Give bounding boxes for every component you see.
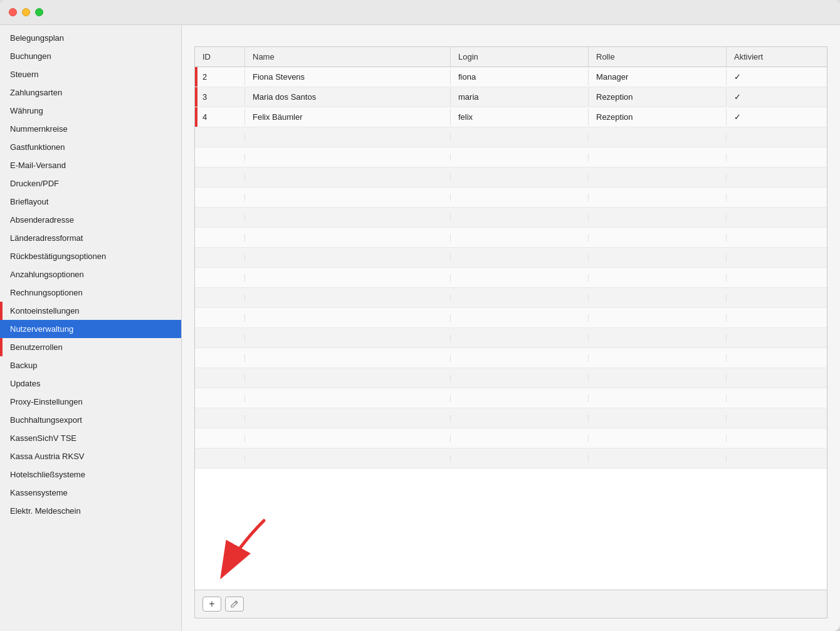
sidebar-item-buchhaltungsexport[interactable]: Buchhaltungsexport	[0, 411, 181, 429]
sidebar-item-backup[interactable]: Backup	[0, 356, 181, 374]
table-row[interactable]: 4Felix BäumlerfelixRezeption✓	[195, 107, 827, 127]
cell-login: felix	[451, 109, 589, 125]
main-content: ID Name Login Rolle Aktiviert 2Fiona Ste…	[182, 25, 840, 631]
table-row[interactable]	[195, 248, 827, 268]
sidebar-item-nutzerverwaltung[interactable]: Nutzerverwaltung	[0, 320, 181, 338]
cell-login	[451, 455, 589, 462]
cell-login	[451, 294, 589, 302]
cell-id: 2	[195, 68, 245, 85]
table-row[interactable]	[195, 268, 827, 288]
cell-aktiviert	[727, 134, 827, 141]
sidebar-item-updates[interactable]: Updates	[0, 374, 181, 393]
cell-login	[451, 234, 589, 241]
table-row[interactable]	[195, 208, 827, 228]
cell-aktiviert	[727, 314, 827, 322]
sidebar-item-drucken-pdf[interactable]: Drucken/PDF	[0, 174, 181, 193]
table-row[interactable]	[195, 328, 827, 348]
col-header-rolle: Rolle	[589, 47, 727, 66]
cell-login	[451, 194, 589, 201]
cell-aktiviert: ✓	[727, 68, 827, 85]
add-user-button[interactable]: +	[202, 597, 221, 612]
cell-aktiviert	[727, 174, 827, 181]
app-window: BelegungsplanBuchungenSteuernZahlungsart…	[0, 0, 840, 631]
sidebar-item-gastfunktionen[interactable]: Gastfunktionen	[0, 138, 181, 156]
cell-rolle	[589, 374, 727, 382]
maximize-button[interactable]	[35, 8, 43, 16]
sidebar-item-nummernkreise[interactable]: Nummernkreise	[0, 120, 181, 138]
sidebar-item-laenderadressformat[interactable]: Länderadressformat	[0, 229, 181, 247]
table-row[interactable]	[195, 408, 827, 428]
cell-rolle: Manager	[589, 68, 727, 85]
sidebar: BelegungsplanBuchungenSteuernZahlungsart…	[0, 25, 182, 631]
sidebar-item-kassensichv-tse[interactable]: KassenSichV TSE	[0, 429, 181, 447]
cell-aktiviert	[727, 254, 827, 262]
sidebar-item-belegungsplan[interactable]: Belegungsplan	[0, 29, 181, 47]
sidebar-item-anzahlungsoptionen[interactable]: Anzahlungsoptionen	[0, 265, 181, 284]
cell-aktiviert: ✓	[727, 109, 827, 125]
cell-login	[451, 254, 589, 262]
cell-name	[245, 395, 451, 402]
sidebar-item-rueckbestaetigung[interactable]: Rückbestätigungsoptionen	[0, 247, 181, 265]
cell-rolle	[589, 395, 727, 402]
cell-rolle	[589, 435, 727, 442]
cell-name	[245, 214, 451, 221]
cell-id	[195, 194, 245, 201]
sidebar-item-buchungen[interactable]: Buchungen	[0, 47, 181, 65]
table-row[interactable]	[195, 388, 827, 408]
table-row[interactable]	[195, 167, 827, 188]
content-area: BelegungsplanBuchungenSteuernZahlungsart…	[0, 25, 840, 631]
cell-name	[245, 354, 451, 362]
table-row[interactable]	[195, 448, 827, 469]
cell-aktiviert	[727, 354, 827, 362]
minimize-button[interactable]	[22, 8, 30, 16]
table-row[interactable]	[195, 147, 827, 167]
table-row[interactable]	[195, 308, 827, 328]
table-row[interactable]	[195, 228, 827, 248]
sidebar-item-zahlungsarten[interactable]: Zahlungsarten	[0, 83, 181, 102]
cell-id	[195, 154, 245, 161]
table-row[interactable]: 2Fiona StevensfionaManager✓	[195, 67, 827, 87]
sidebar-item-kassensysteme[interactable]: Kassensysteme	[0, 484, 181, 502]
sidebar-item-brieflayout[interactable]: Brieflayout	[0, 193, 181, 211]
cell-rolle: Rezeption	[589, 88, 727, 105]
cell-id	[195, 314, 245, 322]
sidebar-item-email-versand[interactable]: E-Mail-Versand	[0, 156, 181, 174]
sidebar-item-steuern[interactable]: Steuern	[0, 65, 181, 83]
cell-id	[195, 254, 245, 262]
table-row[interactable]	[195, 428, 827, 448]
table-body: 2Fiona StevensfionaManager✓3Maria dos Sa…	[195, 67, 827, 590]
cell-login	[451, 314, 589, 322]
cell-id	[195, 415, 245, 422]
table-row[interactable]	[195, 348, 827, 368]
sidebar-item-elektr-meldeschein[interactable]: Elektr. Meldeschein	[0, 502, 181, 520]
edit-user-button[interactable]	[225, 597, 244, 612]
close-button[interactable]	[9, 8, 17, 16]
cell-login	[451, 435, 589, 442]
col-header-aktiviert: Aktiviert	[727, 47, 827, 66]
cell-name	[245, 254, 451, 262]
sidebar-item-proxy-einstellungen[interactable]: Proxy-Einstellungen	[0, 393, 181, 411]
table-row[interactable]	[195, 288, 827, 308]
cell-name: Maria dos Santos	[245, 88, 451, 105]
cell-id	[195, 174, 245, 181]
cell-login	[451, 395, 589, 402]
sidebar-item-waehrung[interactable]: Währung	[0, 102, 181, 120]
cell-rolle	[589, 134, 727, 141]
table-row[interactable]	[195, 368, 827, 388]
table-row[interactable]	[195, 188, 827, 208]
sidebar-item-kontoeinstellungen[interactable]: Kontoeinstellungen	[0, 302, 181, 320]
cell-id	[195, 274, 245, 282]
table-row[interactable]	[195, 127, 827, 147]
sidebar-item-hotelschliess[interactable]: Hotelschließsysteme	[0, 465, 181, 484]
cell-login	[451, 274, 589, 282]
cell-name	[245, 154, 451, 161]
sidebar-item-kassa-austria[interactable]: Kassa Austria RKSV	[0, 447, 181, 465]
table-row[interactable]: 3Maria dos SantosmariaRezeption✓	[195, 87, 827, 107]
sidebar-item-rechnungsoptionen[interactable]: Rechnungsoptionen	[0, 284, 181, 302]
cell-id	[195, 234, 245, 241]
sidebar-item-absenderadresse[interactable]: Absenderadresse	[0, 211, 181, 229]
sidebar-item-benutzerrollen[interactable]: Benutzerrollen	[0, 338, 181, 356]
cell-rolle	[589, 334, 727, 342]
cell-name	[245, 134, 451, 141]
cell-id: 4	[195, 109, 245, 125]
